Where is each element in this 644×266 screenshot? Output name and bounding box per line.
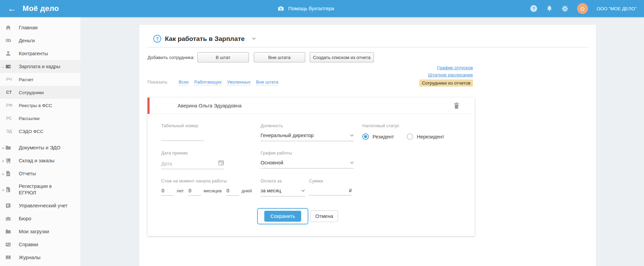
sidebar-item-label: Рассылки: [19, 116, 40, 121]
sidebar-subitem-mailings[interactable]: РС Рассылки: [0, 112, 80, 125]
help-circle-icon[interactable]: ?: [153, 35, 161, 43]
chevron-down-icon[interactable]: [252, 36, 256, 40]
sidebar-item-label: Отчеты: [19, 171, 36, 176]
amount-field: Сумма ₽: [309, 178, 475, 196]
amount-label: Сумма: [309, 178, 475, 183]
hire-date-label: Дата приема: [161, 150, 261, 156]
sidebar-item-warehouse[interactable]: + Склад и заказы: [0, 154, 80, 167]
filter-out-of-staff-link[interactable]: Вне штата: [256, 79, 278, 85]
user-avatar[interactable]: О: [577, 3, 588, 14]
briefcase-money-icon: [277, 5, 284, 12]
expand-plus-marker[interactable]: +: [1, 145, 5, 151]
hire-date-input[interactable]: [161, 161, 206, 166]
cancel-button[interactable]: Отмена: [310, 210, 338, 222]
bell-icon[interactable]: [546, 5, 553, 12]
company-name[interactable]: ООО "МОЕ ДЕЛО": [597, 6, 636, 11]
resident-radio[interactable]: [362, 133, 369, 140]
collapse-minus-marker[interactable]: –: [1, 64, 5, 70]
help-icon[interactable]: ?: [530, 5, 537, 12]
payment-per-value: за месяц: [261, 188, 281, 193]
side-links: График отпусков Штатное расписание Сотру…: [419, 65, 475, 87]
staffing-table-link[interactable]: Штатное расписание: [428, 72, 473, 77]
expand-plus-marker[interactable]: +: [1, 158, 5, 164]
app-logo[interactable]: Моё дело: [23, 4, 59, 13]
content-column: Добавить сотрудника: В штат Вне штата Со…: [148, 52, 475, 236]
sidebar-item-journals[interactable]: Журналы: [0, 251, 80, 264]
certificate-card-icon: [5, 241, 11, 248]
back-arrow-icon[interactable]: ←: [8, 4, 16, 13]
sidebar-item-label: Справки: [19, 242, 38, 247]
accountant-help-link[interactable]: Помощь бухгалтера: [277, 5, 334, 12]
sidebar-item-label: Деньги: [19, 38, 35, 43]
work-schedule-select[interactable]: Основной: [261, 160, 354, 168]
sidebar-subitem-fss-registers[interactable]: РФ Реестры в ФСС: [0, 99, 80, 112]
employees-from-reports-chip[interactable]: Сотрудники из отчетов: [419, 79, 473, 87]
add-employee-toolbar: Добавить сотрудника: В штат Вне штата Со…: [148, 52, 475, 62]
home-icon: [5, 25, 11, 31]
gear-icon[interactable]: [561, 5, 569, 12]
delete-trash-icon[interactable]: [454, 102, 459, 110]
page-title-row: ? Как работать в Зарплате: [153, 25, 588, 43]
amount-input[interactable]: [309, 188, 341, 193]
sidebar-item-my-downloads[interactable]: Мои загрузки: [0, 225, 80, 238]
sidebar-item-label: Реестры в ФСС: [19, 103, 52, 108]
payment-per-select[interactable]: за месяц: [261, 188, 305, 196]
red-accent-bar: [148, 98, 150, 114]
experience-months-input[interactable]: [188, 188, 201, 196]
position-field: Должность Генеральный директор: [261, 123, 362, 141]
ruble-card-icon: ₽: [5, 203, 11, 209]
title-divider: [148, 47, 588, 47]
sidebar-item-certificates[interactable]: Справки: [0, 238, 80, 251]
chevron-down-icon: [302, 189, 305, 192]
experience-years-input[interactable]: [161, 188, 174, 196]
filter-working-link[interactable]: Работающих: [194, 79, 222, 85]
sidebar-item-label: Сотрудники: [19, 90, 44, 95]
sidebar-subitem-employees[interactable]: СТ Сотрудники: [0, 86, 80, 99]
days-unit-label: дней: [241, 188, 252, 193]
sidebar-item-egrul-registration[interactable]: + Регистрация в ЕГРЮЛ: [0, 180, 80, 199]
report-doc-icon: [5, 171, 11, 177]
ruble-currency-symbol: ₽: [349, 188, 352, 193]
experience-days-input[interactable]: [226, 188, 239, 196]
experience-label: Стаж на момент начала работы: [161, 178, 261, 183]
tax-status-radio-group: Резидент Нерезидент: [362, 133, 475, 140]
calendar-icon[interactable]: [218, 160, 224, 167]
sidebar-item-management-accounting[interactable]: ₽ Управленческий учет: [0, 199, 80, 212]
sidebar-item-main[interactable]: Главная: [0, 21, 80, 34]
create-from-report-button[interactable]: Создать списком из отчета: [310, 52, 374, 62]
sidebar-item-documents-edo[interactable]: + Документы и ЭДО: [0, 141, 80, 154]
sidebar-item-bureau[interactable]: Бюро: [0, 212, 80, 225]
filter-all-link[interactable]: Всех: [179, 79, 189, 85]
sidebar-nav: Главная ₽ Деньги Контрагенты – Зарплата …: [0, 17, 80, 266]
sidebar-item-money[interactable]: ₽ Деньги: [0, 34, 80, 47]
filter-dismissed-link[interactable]: Уволенных: [227, 79, 251, 85]
form-row-3: Стаж на момент начала работы лет месяцев…: [161, 178, 475, 196]
expand-plus-marker[interactable]: +: [1, 187, 5, 193]
sidebar-item-reports[interactable]: + Отчеты: [0, 167, 80, 180]
add-in-staff-button[interactable]: В штат: [197, 52, 249, 62]
add-out-of-staff-button[interactable]: Вне штата: [254, 52, 305, 62]
sidebar-subitem-calculation[interactable]: РЧ Расчет: [0, 73, 80, 86]
employee-card-body: Табельный номер Должность Генеральный ди…: [148, 123, 475, 236]
personnel-number-field: Табельный номер: [161, 123, 261, 141]
nonresident-radio[interactable]: [407, 133, 413, 140]
save-button[interactable]: Сохранить: [264, 211, 301, 222]
sidebar-item-label: Управленческий учет: [19, 203, 68, 208]
sidebar-subitem-sedo-fss[interactable]: ЭД СЭДО ФСС: [0, 125, 80, 138]
position-select[interactable]: Генеральный директор: [261, 133, 354, 141]
sidebar-item-salary-hr[interactable]: – Зарплата и кадры: [0, 60, 80, 73]
header-right-cluster: ? О ООО "МОЕ ДЕЛО": [530, 3, 636, 14]
sidebar-item-label: Склад и заказы: [19, 158, 54, 163]
subitem-abbr: ЭД: [6, 129, 15, 134]
personnel-number-input[interactable]: [161, 133, 204, 141]
hire-date-field: Дата приема: [161, 150, 261, 169]
experience-field: Стаж на момент начала работы лет месяцев…: [161, 178, 261, 196]
sidebar-item-label: Мои загрузки: [19, 229, 49, 234]
top-header: ← Моё дело Помощь бухгалтера ? О ООО "МО…: [0, 0, 644, 17]
vacation-schedule-link[interactable]: График отпусков: [437, 65, 473, 70]
sidebar-item-contractors[interactable]: Контрагенты: [0, 47, 80, 60]
expand-plus-marker[interactable]: +: [1, 171, 5, 177]
downloads-folder-icon: [5, 228, 11, 235]
position-label: Должность: [261, 123, 362, 128]
payment-per-field: Оплата за за месяц: [261, 178, 309, 196]
